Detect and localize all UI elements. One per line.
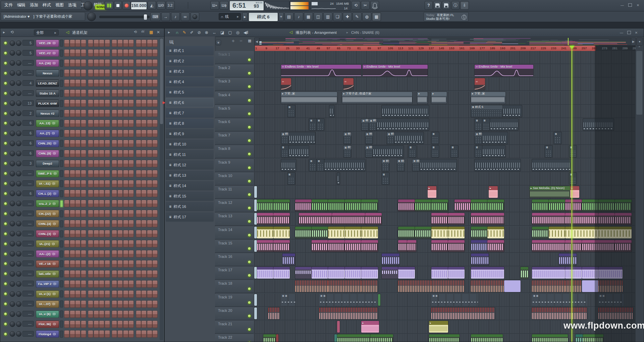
step-cell[interactable]	[94, 290, 99, 298]
channel-pan-knob[interactable]	[10, 322, 15, 327]
step-cell[interactable]	[117, 330, 123, 338]
step-cell[interactable]	[128, 230, 134, 237]
channel-enable-led[interactable]	[4, 222, 7, 226]
step-cell[interactable]	[70, 280, 75, 288]
channel-pan-knob[interactable]	[10, 131, 15, 136]
clip[interactable]	[295, 280, 328, 292]
step-cell[interactable]	[88, 100, 93, 107]
step-cell[interactable]	[64, 190, 69, 197]
clip[interactable]: ≣ ≣	[281, 294, 297, 306]
channel-enable-led[interactable]	[4, 92, 7, 95]
step-cell[interactable]	[75, 100, 80, 107]
step-cell[interactable]	[117, 140, 123, 147]
clip[interactable]: ≣	[317, 119, 324, 130]
clip[interactable]	[532, 159, 572, 171]
channel-select-indicator[interactable]	[60, 250, 63, 258]
step-cell[interactable]	[70, 321, 75, 328]
step-cell[interactable]	[152, 270, 158, 278]
step-cell[interactable]	[112, 140, 117, 147]
clip[interactable]	[471, 199, 487, 211]
channel-enable-led[interactable]	[4, 141, 7, 145]
step-cell[interactable]	[105, 310, 110, 318]
step-cell[interactable]	[75, 210, 80, 217]
step-cell[interactable]	[94, 250, 99, 258]
automation-tab-icon[interactable]: ∞	[240, 39, 243, 43]
clip[interactable]	[583, 119, 613, 130]
step-cell[interactable]	[112, 300, 117, 308]
step-cell[interactable]	[128, 260, 134, 268]
step-cell[interactable]	[94, 230, 99, 237]
channel-select-indicator[interactable]	[60, 310, 63, 318]
step-cell[interactable]	[147, 140, 152, 147]
track-header[interactable]: Track 4···	[215, 92, 254, 105]
step-cell[interactable]	[152, 90, 158, 97]
channel-select-indicator[interactable]	[60, 180, 63, 187]
step-cell[interactable]	[117, 130, 123, 137]
channel-select-indicator[interactable]	[60, 120, 63, 127]
track-options[interactable]: ···	[218, 262, 222, 265]
step-cell[interactable]	[152, 310, 158, 318]
step-cell[interactable]	[75, 220, 80, 227]
step-cell[interactable]	[94, 300, 99, 308]
step-cell[interactable]	[128, 170, 134, 177]
step-cell[interactable]	[64, 170, 69, 177]
step-cell[interactable]	[75, 321, 80, 328]
browser-button[interactable]: ▥	[323, 12, 332, 21]
playback-tool[interactable]: ◀‖	[244, 30, 248, 35]
clip[interactable]: ≣	[545, 146, 552, 157]
channel-select-indicator[interactable]	[60, 270, 63, 277]
step-cell[interactable]	[128, 150, 134, 157]
step-cell[interactable]	[123, 250, 128, 258]
step-cell[interactable]	[147, 260, 152, 268]
channel-button[interactable]: IA..v (1)	[36, 290, 59, 298]
channel-select-indicator[interactable]	[60, 90, 63, 97]
step-cell[interactable]	[88, 120, 93, 127]
clip[interactable]	[254, 227, 257, 238]
clip[interactable]: ≣	[554, 132, 561, 144]
step-cell[interactable]	[123, 120, 128, 127]
clip[interactable]	[273, 199, 290, 211]
step-cell[interactable]	[81, 310, 86, 318]
track-mute-led[interactable]	[248, 314, 251, 318]
step-cell[interactable]	[141, 100, 147, 107]
step-cell[interactable]	[112, 49, 117, 57]
overview-options-button[interactable]: ●	[636, 38, 643, 46]
step-cell[interactable]	[81, 160, 86, 167]
channel-number[interactable]: 5	[22, 40, 34, 46]
step-cell[interactable]	[99, 110, 104, 117]
paint-tool[interactable]: ✐	[190, 30, 194, 35]
channel-pan-knob[interactable]	[10, 70, 15, 76]
step-cell[interactable]	[117, 270, 123, 278]
channel-pan-knob[interactable]	[10, 141, 15, 146]
track-options[interactable]: ···	[218, 275, 222, 278]
channel-number[interactable]: 4	[22, 80, 34, 86]
scroll-left-button[interactable]: ◀	[254, 38, 259, 46]
step-cell[interactable]	[70, 220, 75, 227]
step-cell[interactable]	[64, 90, 69, 97]
step-cell[interactable]	[94, 190, 99, 197]
clip[interactable]: ▸	[428, 186, 437, 198]
step-cell[interactable]	[136, 90, 141, 97]
channel-pan-knob[interactable]	[10, 91, 15, 96]
step-cell[interactable]	[105, 240, 110, 247]
channel-select-indicator[interactable]	[60, 140, 63, 147]
channel-enable-led[interactable]	[4, 282, 7, 286]
clip[interactable]	[254, 240, 257, 252]
step-cell[interactable]	[141, 290, 147, 298]
channel-select-indicator[interactable]	[60, 60, 63, 67]
channel-volume-knob[interactable]	[16, 101, 21, 106]
clip[interactable]	[398, 280, 431, 292]
step-cell[interactable]	[152, 220, 158, 227]
clip[interactable]	[471, 240, 487, 252]
channel-select-indicator[interactable]	[60, 160, 63, 167]
step-cell[interactable]	[117, 120, 123, 127]
clip[interactable]	[415, 199, 431, 211]
clip[interactable]: ∞	[281, 78, 291, 90]
clip[interactable]: ≣	[475, 146, 482, 157]
step-cell[interactable]	[88, 330, 93, 338]
clip[interactable]: ▸下辈..家	[471, 92, 505, 104]
clip[interactable]	[471, 213, 504, 225]
channel-enable-led[interactable]	[4, 162, 7, 165]
step-cell[interactable]	[123, 290, 128, 298]
audio-tab-icon[interactable]: ◈	[232, 39, 234, 43]
